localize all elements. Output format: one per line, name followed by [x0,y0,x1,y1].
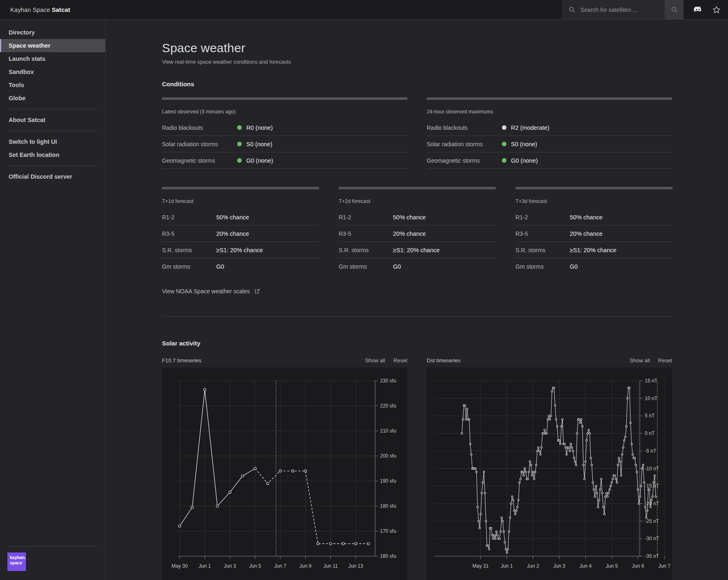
forecast-label: Gm storms [339,263,393,270]
sidebar-item-directory[interactable]: Directory [0,26,105,39]
topbar: Kayhan Space Satcat [0,0,728,20]
forecast-label: R3-5 [162,230,216,237]
svg-text:Jun 13: Jun 13 [348,563,363,569]
panel-accent-bar [339,187,496,189]
svg-text:5 nT: 5 nT [645,413,655,419]
search-box [562,0,665,19]
condition-row: Geomagnetic storms G0 (none) [162,152,407,169]
dst-chart-section: Dst timeseries Show all Reset -35 nT-30 … [427,357,672,580]
svg-text:180 sfu: 180 sfu [380,503,396,509]
sidebar-item-set-earth-location[interactable]: Set Earth location [0,148,105,161]
svg-text:-5 nT: -5 nT [645,448,657,454]
forecast-label: S.R. storms [162,247,216,253]
svg-text:0 nT: 0 nT [645,430,655,436]
noaa-scales-link[interactable]: View NOAA Space weather scales [162,288,260,295]
f107-reset-link[interactable]: Reset [393,357,407,364]
svg-text:10 nT: 10 nT [645,396,658,401]
sidebar-item-launch-stats[interactable]: Launch stats [0,52,105,65]
svg-text:Jun 3: Jun 3 [553,563,566,569]
f107-show-all-link[interactable]: Show all [365,357,385,364]
dst-show-all-link[interactable]: Show all [630,357,650,364]
svg-text:-10 nT: -10 nT [645,466,659,472]
svg-text:May 31: May 31 [472,563,489,569]
condition-label: Radio blackouts [162,124,237,131]
sidebar-item-globe[interactable]: Globe [0,92,105,105]
brand-regular: Kayhan Space [10,7,50,13]
page-title: Space weather [162,41,673,55]
condition-value: S0 (none) [511,141,537,147]
sidebar-item-space-weather[interactable]: Space weather [0,39,105,52]
search-input[interactable] [580,7,656,13]
panel-accent-bar [427,97,672,100]
panel-accent-bar [162,97,407,100]
f107-chart[interactable]: 160 sfu170 sfu180 sfu190 sfu200 sfu210 s… [162,368,407,580]
condition-label: Solar radiation storms [162,141,237,147]
condition-label: Solar radiation storms [427,141,502,147]
forecast-row: R1-250% chance [339,209,496,226]
sidebar-item-official-discord[interactable]: Official Discord server [0,170,105,183]
svg-text:190 sfu: 190 sfu [380,478,396,484]
forecast-label: S.R. storms [515,247,570,253]
sidebar-divider [7,109,98,109]
forecast-value: ≥S1: 20% chance [393,247,440,253]
condition-row: Radio blackouts R2 (moderate) [427,120,672,136]
panel-caption: 24-hour observed maximums [427,109,672,115]
panel-caption: T+1d forecast [162,198,319,204]
search-icon [569,6,575,13]
svg-text:-30 nT: -30 nT [645,536,659,541]
main-content: Space weather View real-time space weath… [162,20,673,580]
svg-text:15 nT: 15 nT [645,378,658,384]
search-submit-button[interactable] [665,0,684,19]
forecast-row: R3-520% chance [515,226,673,242]
forecast-label: R3-5 [339,230,393,237]
svg-text:220 sfu: 220 sfu [380,403,396,409]
forecast-row: S.R. storms≥S1: 20% chance [162,242,319,258]
svg-text:Jun 4: Jun 4 [580,563,592,569]
svg-text:Jun 3: Jun 3 [224,563,236,569]
panel-caption: Latest observed (3 minutes ago) [162,109,407,115]
page-subtitle: View real-time space weather conditions … [162,59,673,65]
svg-text:170 sfu: 170 sfu [380,528,396,534]
dst-chart[interactable]: -35 nT-30 nT-25 nT-20 nT-15 nT-10 nT-5 n… [427,368,672,580]
forecast-value: 20% chance [570,230,603,237]
sidebar-item-about-satcat[interactable]: About Satcat [0,113,105,127]
conditions-heading: Conditions [162,81,673,87]
sidebar-item-switch-light-ui[interactable]: Switch to light UI [0,135,105,148]
forecast-row: R3-520% chance [162,226,319,242]
forecast-value: G0 [393,263,401,270]
forecast-value: ≥S1: 20% chance [216,247,263,253]
panel-accent-bar [515,187,673,189]
condition-row: Solar radiation storms S0 (none) [427,136,672,152]
condition-value: S0 (none) [246,141,273,147]
forecast-label: Gm storms [515,263,570,270]
panel-accent-bar [162,187,319,189]
forecast-value: 20% chance [216,230,249,237]
svg-text:Jun 6: Jun 6 [632,563,645,569]
sidebar: Directory Space weather Launch stats San… [0,20,106,580]
svg-text:Jun 1: Jun 1 [501,563,513,569]
favorite-star-icon[interactable] [712,5,721,15]
svg-text:210 sfu: 210 sfu [380,428,396,434]
svg-text:Jun 7: Jun 7 [659,563,671,569]
forecast-value: 50% chance [216,214,249,221]
forecast-panel-t2d: T+2d forecast R1-250% chance R3-520% cha… [339,187,496,275]
kayhan-space-logo[interactable]: kayhan. space [7,552,26,571]
condition-label: Radio blackouts [427,124,502,131]
solar-activity-heading: Solar activity [162,340,673,347]
svg-text:160 sfu: 160 sfu [380,553,396,559]
sidebar-item-tools[interactable]: Tools [0,78,105,92]
status-dot [237,125,242,130]
forecast-panel-t3d: T+3d forecast R1-250% chance R3-520% cha… [515,187,673,275]
svg-text:-35 nT: -35 nT [645,553,659,559]
forecast-row: R1-250% chance [515,209,673,226]
dst-reset-link[interactable]: Reset [658,357,672,364]
forecast-label: R3-5 [515,230,570,237]
svg-text:Jun 7: Jun 7 [274,563,287,569]
condition-label: Geomagnetic storms [162,157,237,164]
sidebar-item-sandbox[interactable]: Sandbox [0,65,105,78]
forecast-label: R1-2 [162,214,216,221]
latest-observed-panel: Latest observed (3 minutes ago) Radio bl… [162,97,407,169]
svg-text:-20 nT: -20 nT [645,501,659,506]
discord-icon[interactable] [693,5,703,15]
forecast-value: 20% chance [393,230,426,237]
